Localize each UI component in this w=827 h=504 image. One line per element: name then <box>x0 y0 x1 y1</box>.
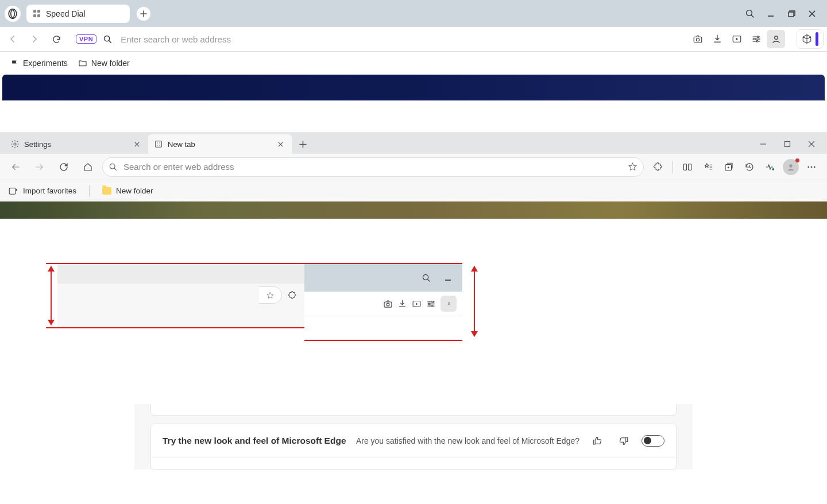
star-icon <box>266 291 275 300</box>
opera-back-button[interactable] <box>3 30 22 48</box>
home-icon <box>83 162 93 172</box>
svg-point-17 <box>159 145 160 145</box>
edge-history-button[interactable] <box>740 157 759 177</box>
edge-page-content <box>0 201 827 219</box>
svg-point-33 <box>432 301 434 303</box>
bookmark-experiments[interactable]: Experiments <box>10 59 68 68</box>
edge-titlebar: Settings New tab <box>0 132 827 154</box>
minimize-icon <box>444 274 452 282</box>
svg-rect-5 <box>694 37 702 42</box>
edge-menu-button[interactable] <box>802 157 821 177</box>
bookmark-new-folder[interactable]: New folder <box>78 59 130 68</box>
edge-collections-button[interactable] <box>719 157 739 177</box>
dimension-arrow-icon <box>474 266 475 336</box>
opera-icon <box>7 9 18 19</box>
collections-icon <box>724 162 734 172</box>
opera-snapshot-button[interactable] <box>689 30 707 48</box>
sliders-icon <box>751 34 762 44</box>
svg-rect-13 <box>156 141 162 148</box>
maximize-icon <box>784 141 791 148</box>
chevron-right-icon <box>30 35 38 43</box>
edge-extensions-button[interactable] <box>648 157 668 177</box>
edge-performance-button[interactable] <box>760 157 780 177</box>
close-icon <box>808 141 815 148</box>
edge-profile-button[interactable] <box>781 157 801 177</box>
opera-extensions-button[interactable] <box>797 29 824 49</box>
favorites-new-folder[interactable]: New folder <box>102 187 153 195</box>
edge-new-tab-button[interactable] <box>294 135 311 153</box>
feedback-like-button[interactable] <box>589 432 606 449</box>
favbar-label: Import favorites <box>23 187 76 195</box>
opera-search-tabs-button[interactable] <box>740 3 760 24</box>
svg-point-24 <box>789 164 792 167</box>
close-icon <box>134 141 140 148</box>
settings-toggle[interactable] <box>641 435 664 447</box>
edge-tab-title: Settings <box>24 140 51 149</box>
settings-section: Try the new look and feel of Microsoft E… <box>0 404 827 470</box>
opera-active-tab[interactable]: Speed Dial <box>26 5 130 23</box>
feedback-dislike-button[interactable] <box>615 432 632 449</box>
edge-split-screen-button[interactable] <box>678 157 697 177</box>
new-tab-page-icon <box>154 139 163 149</box>
puzzle-icon <box>288 290 297 300</box>
svg-rect-28 <box>9 188 16 194</box>
opera-profile-button[interactable] <box>767 30 785 48</box>
opera-forward-button[interactable] <box>25 30 44 48</box>
opera-reload-button[interactable] <box>47 30 65 48</box>
svg-rect-18 <box>785 142 790 147</box>
svg-rect-3 <box>789 12 794 17</box>
history-icon <box>744 162 755 172</box>
divider <box>673 161 673 173</box>
svg-point-36 <box>448 303 449 304</box>
edge-close-button[interactable] <box>799 134 824 154</box>
opera-easy-setup-button[interactable] <box>747 30 766 48</box>
maximize-icon <box>787 10 795 18</box>
star-icon[interactable] <box>628 162 637 172</box>
edge-forward-button[interactable] <box>30 157 49 177</box>
svg-point-10 <box>756 40 758 42</box>
minimize-icon <box>760 141 767 148</box>
edge-back-button[interactable] <box>6 157 25 177</box>
speed-dial-icon <box>33 10 41 18</box>
bookmark-label: Experiments <box>23 59 68 68</box>
puzzle-icon <box>653 162 663 172</box>
svg-point-34 <box>428 303 430 305</box>
svg-point-0 <box>9 9 17 18</box>
opera-maximize-button[interactable] <box>781 3 802 24</box>
svg-point-8 <box>758 36 759 38</box>
opera-minimize-button[interactable] <box>760 3 781 24</box>
edge-address-input[interactable] <box>123 162 622 172</box>
minimize-icon <box>767 10 775 18</box>
settings-card-stub <box>150 404 677 416</box>
tab-close-button[interactable] <box>131 138 142 150</box>
edge-minimize-button[interactable] <box>751 134 775 154</box>
edge-maximize-button[interactable] <box>775 134 799 154</box>
opera-search-engine-button[interactable] <box>100 30 115 48</box>
search-icon <box>103 34 113 44</box>
search-icon <box>745 9 755 19</box>
opera-address-input[interactable] <box>118 31 685 48</box>
divider <box>89 185 90 197</box>
opera-new-tab-button[interactable] <box>137 7 150 21</box>
edge-tab-settings[interactable]: Settings <box>5 134 148 154</box>
opera-downloads-button[interactable] <box>708 30 726 48</box>
profile-icon <box>786 162 795 172</box>
thumbs-down-icon <box>619 436 629 446</box>
edge-omnibox[interactable] <box>102 157 644 177</box>
profile-icon <box>771 34 781 44</box>
edge-favorites-bar: Import favorites New folder <box>0 180 827 201</box>
opera-crop-figure <box>304 263 462 341</box>
opera-video-popout-button[interactable] <box>728 30 746 48</box>
opera-close-button[interactable] <box>802 3 822 24</box>
edge-favorites-button[interactable] <box>698 157 718 177</box>
edge-reload-button[interactable] <box>54 157 74 177</box>
video-popout-icon <box>412 299 422 309</box>
favorites-import-button[interactable]: Import favorites <box>8 186 76 196</box>
tab-close-button[interactable] <box>275 138 286 150</box>
split-screen-icon <box>682 162 693 172</box>
svg-rect-21 <box>689 164 691 170</box>
edge-tab-new-tab[interactable]: New tab <box>148 134 292 154</box>
settings-row-partial <box>151 458 676 469</box>
opera-vpn-badge[interactable]: VPN <box>76 34 96 44</box>
edge-home-button[interactable] <box>78 157 98 177</box>
